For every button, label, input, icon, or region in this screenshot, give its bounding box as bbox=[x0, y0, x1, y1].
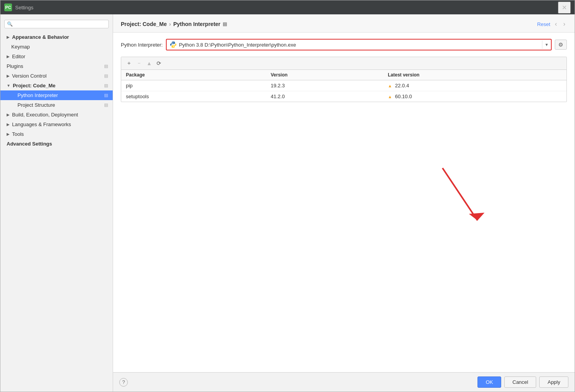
main-content: 🔍 ▶ Appearance & Behavior Keymap ▶ Edito… bbox=[0, 14, 575, 392]
interpreter-select-inner: Python 3.8 D:\Python\Python_Interpreter\… bbox=[167, 40, 542, 50]
upgrade-icon: ▲ bbox=[388, 94, 392, 99]
search-input[interactable] bbox=[14, 21, 106, 27]
package-latest: ▲ 60.10.0 bbox=[383, 91, 566, 102]
interpreter-select-wrapper[interactable]: Python 3.8 D:\Python\Python_Interpreter\… bbox=[166, 39, 552, 50]
package-version: 19.2.3 bbox=[266, 80, 383, 91]
settings-icon: ▤ bbox=[104, 102, 108, 108]
remove-package-button[interactable]: － bbox=[134, 59, 144, 68]
forward-button[interactable]: › bbox=[562, 20, 567, 28]
sidebar-item-label: Languages & Frameworks bbox=[12, 121, 71, 127]
app-icon: PC bbox=[4, 3, 12, 11]
sidebar-item-languages[interactable]: ▶ Languages & Frameworks bbox=[0, 120, 113, 129]
sidebar-item-project[interactable]: ▼ Project: Code_Me ▤ bbox=[0, 81, 113, 90]
sidebar-item-advanced-settings[interactable]: Advanced Settings bbox=[0, 139, 113, 149]
sidebar-item-label: Project: Code_Me bbox=[13, 83, 56, 88]
panel-header: Project: Code_Me › Python Interpreter ▤ … bbox=[113, 14, 575, 33]
svg-marker-1 bbox=[469, 213, 484, 220]
col-package: Package bbox=[121, 70, 266, 80]
table-row[interactable]: pip 19.2.3 ▲ 22.0.4 bbox=[121, 80, 566, 91]
package-latest: ▲ 22.0.4 bbox=[383, 80, 566, 91]
upgrade-package-button[interactable]: ▲ bbox=[145, 59, 154, 68]
help-button[interactable]: ? bbox=[119, 378, 128, 387]
package-name: pip bbox=[121, 80, 266, 91]
interpreter-value: Python 3.8 D:\Python\Python_Interpreter\… bbox=[179, 42, 539, 48]
packages-table: Package Version Latest version pip 19.2.… bbox=[121, 70, 566, 102]
panel-body: Python Interpreter: Python 3.8 D:\Python… bbox=[113, 33, 575, 372]
apply-button[interactable]: Apply bbox=[539, 376, 568, 388]
ok-button[interactable]: OK bbox=[477, 376, 501, 388]
sidebar-item-build[interactable]: ▶ Build, Execution, Deployment bbox=[0, 110, 113, 120]
cancel-button[interactable]: Cancel bbox=[504, 376, 536, 388]
expand-icon: ▶ bbox=[7, 113, 10, 117]
sidebar-item-editor[interactable]: ▶ Editor bbox=[0, 52, 113, 61]
python-icon bbox=[170, 41, 177, 48]
sidebar-item-label: Plugins bbox=[7, 63, 23, 69]
sidebar-item-python-interpreter[interactable]: Python Interpreter ▤ bbox=[0, 90, 113, 100]
sidebar-item-plugins[interactable]: Plugins ▤ bbox=[0, 61, 113, 71]
settings-icon: ▤ bbox=[104, 83, 108, 88]
expand-icon: ▶ bbox=[7, 35, 10, 39]
table-row[interactable]: setuptools 41.2.0 ▲ 60.10.0 bbox=[121, 91, 566, 102]
svg-line-0 bbox=[443, 168, 477, 220]
breadcrumb-project: Project: Code_Me bbox=[121, 21, 167, 27]
expand-icon: ▶ bbox=[7, 54, 10, 59]
package-name: setuptools bbox=[121, 91, 266, 102]
interpreter-label: Python Interpreter: bbox=[121, 42, 163, 48]
button-bar: ? OK Cancel Apply bbox=[113, 372, 575, 392]
interpreter-dropdown-button[interactable]: ▾ bbox=[542, 40, 551, 49]
sidebar-item-tools[interactable]: ▶ Tools bbox=[0, 129, 113, 139]
settings-icon: ▤ bbox=[104, 73, 108, 78]
sidebar-item-label: Python Interpreter bbox=[17, 92, 58, 98]
sidebar: 🔍 ▶ Appearance & Behavior Keymap ▶ Edito… bbox=[0, 14, 113, 392]
breadcrumb: Project: Code_Me › Python Interpreter ▤ bbox=[121, 21, 537, 27]
breadcrumb-icon: ▤ bbox=[223, 21, 227, 27]
sidebar-item-version-control[interactable]: ▶ Version Control ▤ bbox=[0, 71, 113, 81]
red-arrow-annotation bbox=[427, 160, 505, 238]
expand-icon: ▶ bbox=[7, 122, 10, 127]
packages-toolbar: ＋ － ▲ ⟳ bbox=[121, 57, 566, 70]
settings-icon: ▤ bbox=[104, 64, 108, 69]
expand-icon: ▼ bbox=[7, 83, 10, 88]
sidebar-item-label: Project Structure bbox=[17, 102, 55, 108]
close-button[interactable]: ✕ bbox=[558, 2, 571, 14]
search-icon: 🔍 bbox=[7, 21, 13, 27]
sidebar-item-label: Keymap bbox=[11, 44, 30, 50]
right-panel: Project: Code_Me › Python Interpreter ▤ … bbox=[113, 14, 575, 392]
search-box[interactable]: 🔍 bbox=[4, 20, 109, 28]
sidebar-item-label: Version Control bbox=[12, 73, 47, 79]
add-package-button[interactable]: ＋ bbox=[124, 59, 134, 68]
header-actions: Reset ‹ › bbox=[537, 20, 567, 28]
settings-window: PC Settings ✕ 🔍 ▶ Appearance & Behavior … bbox=[0, 0, 575, 392]
breadcrumb-separator: › bbox=[169, 21, 171, 27]
sidebar-item-label: Appearance & Behavior bbox=[12, 34, 69, 40]
sidebar-item-label: Editor bbox=[12, 54, 25, 59]
sidebar-item-label: Tools bbox=[12, 131, 24, 137]
upgrade-icon: ▲ bbox=[388, 83, 392, 88]
sidebar-item-label: Build, Execution, Deployment bbox=[12, 112, 78, 118]
expand-icon: ▶ bbox=[7, 74, 10, 78]
window-title: Settings bbox=[15, 5, 558, 10]
interpreter-row: Python Interpreter: Python 3.8 D:\Python… bbox=[121, 39, 567, 50]
interpreter-settings-button[interactable]: ⚙ bbox=[555, 40, 567, 50]
col-version: Version bbox=[266, 70, 383, 80]
title-bar: PC Settings ✕ bbox=[0, 0, 575, 14]
package-version: 41.2.0 bbox=[266, 91, 383, 102]
sidebar-item-appearance[interactable]: ▶ Appearance & Behavior bbox=[0, 32, 113, 42]
expand-icon: ▶ bbox=[7, 132, 10, 136]
reset-button[interactable]: Reset bbox=[537, 21, 550, 27]
breadcrumb-page: Python Interpreter bbox=[173, 21, 220, 27]
packages-section: ＋ － ▲ ⟳ Package Version Latest version bbox=[121, 57, 567, 102]
sidebar-item-project-structure[interactable]: Project Structure ▤ bbox=[0, 100, 113, 110]
reload-packages-button[interactable]: ⟳ bbox=[155, 59, 163, 68]
back-button[interactable]: ‹ bbox=[553, 20, 558, 28]
sidebar-item-label: Advanced Settings bbox=[7, 141, 52, 147]
col-latest: Latest version bbox=[383, 70, 566, 80]
settings-icon: ▤ bbox=[104, 93, 108, 98]
sidebar-item-keymap[interactable]: Keymap bbox=[0, 42, 113, 52]
